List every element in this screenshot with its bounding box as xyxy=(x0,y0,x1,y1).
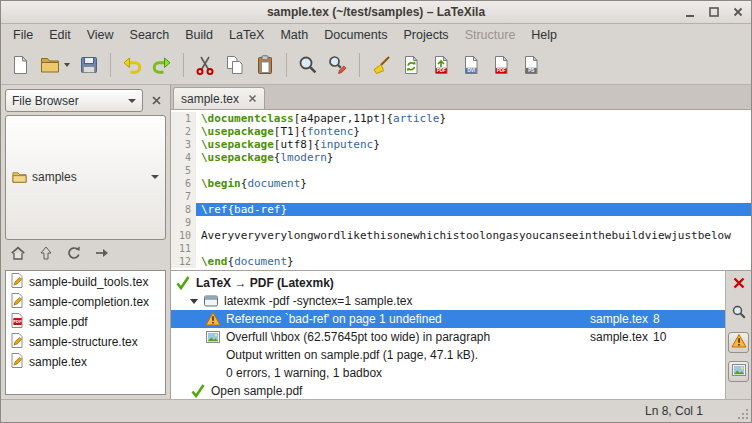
side-panel-close-button[interactable] xyxy=(146,91,166,111)
expander-icon[interactable] xyxy=(190,299,198,304)
build-row[interactable]: Open sample.pdf xyxy=(171,382,725,399)
new-document-button[interactable] xyxy=(6,51,34,79)
side-panel-selector[interactable]: File Browser xyxy=(5,89,143,112)
refresh-button[interactable] xyxy=(61,244,87,266)
menu-item-search[interactable]: Search xyxy=(122,26,178,44)
save-button[interactable] xyxy=(75,51,103,79)
view-dvi-button[interactable]: DVI xyxy=(457,51,485,79)
editor-line[interactable]: 4\usepackage{lmodern} xyxy=(171,151,751,164)
code-line[interactable] xyxy=(196,242,751,255)
undo-button[interactable] xyxy=(118,51,146,79)
paste-button[interactable] xyxy=(251,51,279,79)
editor-line[interactable]: 3\usepackage[utf8]{inputenc} xyxy=(171,138,751,151)
new-document-icon xyxy=(9,54,31,76)
open-document-button[interactable] xyxy=(36,51,73,79)
copy-button[interactable] xyxy=(221,51,249,79)
menu-item-build[interactable]: Build xyxy=(177,26,221,44)
search-replace-button[interactable] xyxy=(324,51,352,79)
view-ps-button[interactable]: PS xyxy=(517,51,545,79)
view-pdf-button[interactable]: PDF xyxy=(487,51,515,79)
home-button[interactable] xyxy=(5,244,31,266)
cut-icon xyxy=(194,54,216,76)
code-line[interactable]: \usepackage{lmodern} xyxy=(196,151,751,164)
code-line[interactable] xyxy=(196,190,751,203)
file-item[interactable]: sample-build_tools.tex xyxy=(6,272,165,292)
editor-line[interactable]: 1\documentclass[a4paper,11pt]{article} xyxy=(171,112,751,125)
menu-item-latex[interactable]: LaTeX xyxy=(221,26,272,44)
close-build-view-button[interactable] xyxy=(728,274,749,295)
view-pdf-icon: PDF xyxy=(490,54,512,76)
build-row[interactable]: latexmk -pdf -synctex=1 sample.tex xyxy=(171,292,725,310)
menu-item-documents[interactable]: Documents xyxy=(316,26,395,44)
parent-dir-button[interactable] xyxy=(33,244,59,266)
editor-line[interactable]: 5 xyxy=(171,164,751,177)
code-line[interactable]: \end{document} xyxy=(196,255,751,268)
editor-line[interactable]: 9 xyxy=(171,216,751,229)
code-line[interactable]: \ref{bad-ref} xyxy=(196,203,751,216)
file-tex-icon xyxy=(9,272,25,291)
build-row[interactable]: 0 errors, 1 warning, 1 badbox xyxy=(171,364,725,382)
build-row[interactable]: LaTeX → PDF (Latexmk) xyxy=(171,274,725,292)
build-pdflatex-button[interactable]: PDF xyxy=(427,51,455,79)
editor-line[interactable]: 7 xyxy=(171,190,751,203)
build-row[interactable]: Reference `bad-ref' on page 1 undefineds… xyxy=(171,310,725,328)
code-line[interactable] xyxy=(196,216,751,229)
editor-line[interactable]: 11 xyxy=(171,242,751,255)
file-item[interactable]: sample-completion.tex xyxy=(6,292,165,312)
tab-close-icon[interactable] xyxy=(248,94,257,103)
clean-icon xyxy=(370,54,392,76)
editor-line[interactable]: 8\ref{bad-ref} xyxy=(171,203,751,216)
build-row[interactable]: Overfull \hbox (62.57645pt too wide) in … xyxy=(171,328,725,346)
tab-bar: sample.tex xyxy=(171,85,751,110)
file-item[interactable]: sample-structure.tex xyxy=(6,332,165,352)
side-panel: File Browser samples sample-build_tools.… xyxy=(1,85,171,399)
editor-line[interactable]: 12\end{document} xyxy=(171,255,751,268)
cursor-position: Ln 8, Col 1 xyxy=(645,404,703,418)
redo-icon xyxy=(151,54,173,76)
menu-item-structure[interactable]: Structure xyxy=(457,26,524,44)
redo-button[interactable] xyxy=(148,51,176,79)
editor-line[interactable]: 10Averyveryverylongwordlikethisonewhichi… xyxy=(171,229,751,242)
menu-item-view[interactable]: View xyxy=(79,26,122,44)
dropdown-arrow-icon[interactable] xyxy=(64,63,70,67)
paste-icon xyxy=(254,54,276,76)
search-button[interactable] xyxy=(294,51,322,79)
goto-active-button[interactable] xyxy=(89,244,115,266)
menu-item-file[interactable]: File xyxy=(5,26,41,44)
show-badboxes-button[interactable] xyxy=(728,361,749,382)
menu-item-math[interactable]: Math xyxy=(272,26,316,44)
view-dvi-icon: DVI xyxy=(460,54,482,76)
menu-item-help[interactable]: Help xyxy=(523,26,565,44)
menu-item-projects[interactable]: Projects xyxy=(395,26,456,44)
code-line[interactable]: Averyveryverylongwordlikethisonewhichist… xyxy=(196,229,751,242)
resize-grip[interactable] xyxy=(737,408,749,420)
code-line[interactable]: \usepackage[utf8]{inputenc} xyxy=(196,138,751,151)
cut-button[interactable] xyxy=(191,51,219,79)
code-line[interactable] xyxy=(196,164,751,177)
code-line[interactable]: \documentclass[a4paper,11pt]{article} xyxy=(196,112,751,125)
code-line[interactable]: \begin{document} xyxy=(196,177,751,190)
code-line[interactable]: \usepackage[T1]{fontenc} xyxy=(196,125,751,138)
build-latexmk-button[interactable] xyxy=(397,51,425,79)
clean-button[interactable] xyxy=(367,51,395,79)
badbox-icon xyxy=(205,329,221,345)
build-row[interactable]: Output written on sample.pdf (1 page, 47… xyxy=(171,346,725,364)
directory-selector[interactable]: samples xyxy=(5,115,166,240)
file-item[interactable]: PDFsample.pdf xyxy=(6,312,165,332)
file-list: sample-build_tools.texsample-completion.… xyxy=(5,270,166,396)
svg-text:PDF: PDF xyxy=(437,68,446,73)
show-warnings-button[interactable] xyxy=(728,332,749,353)
file-item[interactable]: sample.tex xyxy=(6,352,165,372)
window-title: sample.tex (~/test/samples) – LaTeXila xyxy=(1,5,751,19)
close-button[interactable] xyxy=(730,5,745,19)
menu-item-edit[interactable]: Edit xyxy=(41,26,79,44)
tab-sample-tex[interactable]: sample.tex xyxy=(173,87,265,109)
editor[interactable]: 1\documentclass[a4paper,11pt]{article}2\… xyxy=(171,110,751,270)
minimize-button[interactable] xyxy=(682,5,697,19)
editor-line[interactable]: 2\usepackage[T1]{fontenc} xyxy=(171,125,751,138)
maximize-button[interactable] xyxy=(706,5,721,19)
undo-icon xyxy=(121,54,143,76)
show-details-button[interactable] xyxy=(728,303,749,324)
editor-line[interactable]: 6\begin{document} xyxy=(171,177,751,190)
file-name: sample.pdf xyxy=(29,315,88,329)
